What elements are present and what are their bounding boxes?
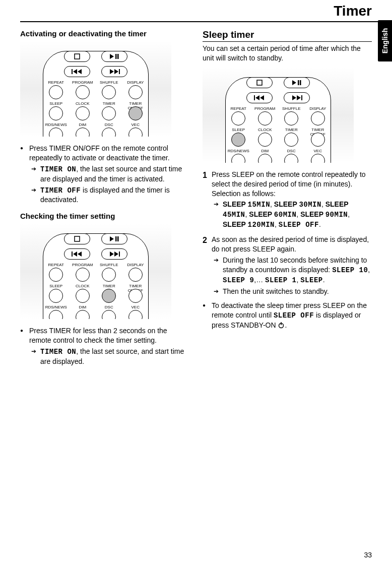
- heading-activate: Activating or deactivating the timer: [20, 29, 189, 38]
- svg-marker-7: [110, 69, 114, 74]
- svg-rect-29: [301, 95, 302, 100]
- play-pause-button-icon: [101, 233, 127, 244]
- svg-marker-15: [73, 251, 77, 257]
- bullet-check: Press TIMER for less than 2 seconds on t…: [20, 326, 189, 366]
- remote-row1-buttons: [43, 85, 149, 99]
- svg-rect-22: [298, 80, 299, 85]
- language-tab-label: English: [381, 28, 389, 54]
- svg-marker-26: [260, 95, 264, 100]
- svg-marker-18: [114, 251, 118, 257]
- svg-marker-17: [110, 251, 114, 257]
- svg-marker-16: [78, 251, 82, 257]
- forward-button-icon: [101, 66, 127, 77]
- right-column: Sleep timer You can set a certain period…: [203, 29, 372, 370]
- remote-row2-buttons: [43, 106, 149, 120]
- svg-marker-5: [73, 69, 77, 74]
- heading-sleep-timer: Sleep timer: [203, 29, 372, 42]
- sleep-highlight: [231, 133, 245, 147]
- page-title: Timer: [334, 3, 372, 19]
- svg-marker-25: [255, 95, 259, 100]
- play-pause-button-icon: [101, 51, 127, 62]
- rewind-button-icon: [64, 248, 90, 260]
- rewind-button-icon: [246, 92, 273, 103]
- svg-rect-24: [254, 95, 255, 100]
- svg-marker-6: [78, 69, 82, 74]
- svg-rect-9: [119, 69, 120, 74]
- stop-button-icon: [64, 51, 90, 62]
- stop-button-icon: [64, 233, 90, 244]
- svg-rect-14: [72, 251, 73, 257]
- svg-marker-8: [114, 69, 118, 74]
- svg-marker-11: [110, 236, 114, 241]
- svg-rect-20: [257, 80, 262, 85]
- svg-rect-12: [115, 236, 117, 241]
- svg-rect-3: [117, 54, 119, 59]
- bullet-activate: Press TIMER ON/OFF on the remote control…: [20, 144, 189, 205]
- left-column: Activating or deactivating the timer REP…: [20, 29, 189, 370]
- svg-marker-28: [297, 95, 301, 100]
- svg-rect-13: [117, 236, 119, 241]
- language-tab: English: [378, 20, 392, 61]
- svg-rect-10: [75, 236, 80, 241]
- remote-row3-labels: RDS/NEWSDIMDSCVEC: [43, 122, 149, 127]
- svg-marker-1: [110, 54, 114, 59]
- title-rule: [20, 21, 378, 22]
- page-number: 33: [364, 551, 372, 559]
- forward-button-icon: [284, 92, 310, 103]
- arrow-check-timer-on: TIMER ON, the last set source, and start…: [29, 347, 189, 366]
- step-1: 1 Press SLEEP on the remote control repe…: [203, 170, 372, 230]
- svg-rect-4: [72, 69, 73, 74]
- svg-rect-0: [75, 54, 80, 59]
- remote-row1-labels: REPEATPROGRAMSHUFFLEDISPLAY: [43, 80, 149, 85]
- svg-rect-2: [115, 54, 117, 59]
- arrow-timer-off: TIMER OFF is displayed and the timer is …: [29, 185, 189, 205]
- step-1-sequence: SLEEP 15MIN, SLEEP 30MIN, SLEEP 45MIN, S…: [212, 200, 372, 230]
- step-2-standby: Then the unit switches to standby.: [212, 287, 372, 296]
- rewind-button-icon: [64, 66, 90, 77]
- step-2-countdown: During the last 10 seconds before switch…: [212, 256, 372, 285]
- power-icon: [278, 322, 285, 329]
- remote-diagram-check: REPEATPROGRAMSHUFFLEDISPLAY SLEEPCLOCKTI…: [20, 223, 171, 319]
- svg-marker-27: [292, 95, 296, 100]
- arrow-timer-on: TIMER ON, the last set source and start …: [29, 164, 189, 184]
- remote-diagram-activate: REPEATPROGRAMSHUFFLEDISPLAY SLEEPCLOCKTI…: [20, 41, 171, 137]
- heading-checking: Checking the timer setting: [20, 212, 189, 220]
- step-2: 2 As soon as the desired period of time …: [203, 235, 372, 296]
- remote-diagram-sleep: REPEATPROGRAMSHUFFLEDISPLAY SLEEPCLOCKTI…: [203, 67, 354, 163]
- timer-highlight: [102, 289, 116, 303]
- svg-rect-19: [119, 251, 120, 257]
- bullet-deactivate-sleep: To deactivate the sleep timer press SLEE…: [203, 301, 372, 330]
- timer-onoff-highlight: [128, 106, 143, 120]
- svg-rect-23: [300, 80, 301, 85]
- play-pause-button-icon: [284, 77, 310, 88]
- sleep-intro: You can set a certain period of time aft…: [203, 44, 372, 63]
- svg-marker-21: [292, 80, 296, 85]
- remote-row3-buttons: [43, 128, 149, 137]
- stop-button-icon: [246, 77, 273, 88]
- forward-button-icon: [101, 248, 127, 260]
